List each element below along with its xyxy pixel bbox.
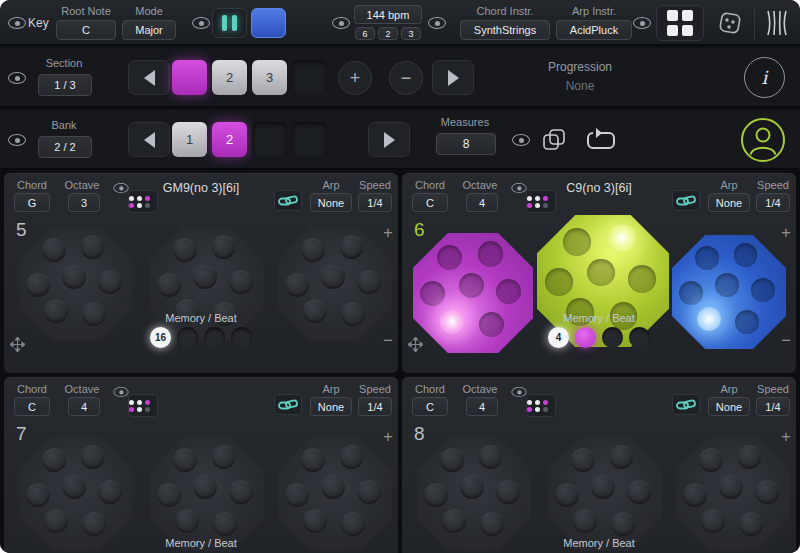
chord-root-button[interactable]: C bbox=[412, 193, 448, 212]
progression-value[interactable]: None bbox=[538, 79, 622, 93]
eye-icon[interactable] bbox=[512, 134, 530, 146]
link-icon[interactable] bbox=[672, 394, 700, 415]
pad-button[interactable] bbox=[321, 265, 345, 289]
pad-button[interactable] bbox=[357, 480, 381, 504]
mode-button[interactable]: Major bbox=[122, 20, 176, 40]
chord-pad-octagon-3[interactable] bbox=[278, 437, 392, 551]
chord-pad-octagon-2[interactable] bbox=[548, 437, 662, 551]
pad-button[interactable] bbox=[459, 273, 484, 298]
add-section-button[interactable]: + bbox=[338, 61, 372, 95]
copy-icon[interactable] bbox=[536, 123, 572, 157]
pad-button[interactable] bbox=[460, 475, 484, 499]
subdivision-button-2[interactable]: 2 bbox=[378, 27, 398, 40]
pad-button[interactable] bbox=[719, 475, 743, 499]
chord-pad-octagon-1[interactable] bbox=[19, 437, 133, 551]
beat-step[interactable]: 4 bbox=[548, 327, 569, 348]
add-pad-button[interactable]: + bbox=[380, 427, 396, 447]
pad-button[interactable] bbox=[42, 448, 66, 472]
speed-button[interactable]: 1/4 bbox=[756, 193, 790, 212]
pad-button[interactable] bbox=[340, 235, 364, 259]
arp-button[interactable]: None bbox=[310, 397, 352, 416]
pad-button[interactable] bbox=[81, 235, 105, 259]
pad-button[interactable] bbox=[42, 238, 66, 262]
pad-button[interactable] bbox=[301, 238, 325, 262]
chord-root-button[interactable]: C bbox=[14, 397, 50, 416]
chord-pad-octagon-1[interactable] bbox=[417, 437, 531, 551]
eye-icon[interactable] bbox=[113, 387, 128, 397]
chord-instr-button[interactable]: SynthStrings bbox=[460, 20, 550, 40]
section-slot-4[interactable] bbox=[292, 60, 327, 95]
pad-button[interactable] bbox=[26, 483, 50, 507]
pad-button[interactable] bbox=[563, 228, 591, 256]
pad-button[interactable] bbox=[193, 475, 217, 499]
link-icon[interactable] bbox=[672, 190, 700, 211]
speed-button[interactable]: 1/4 bbox=[756, 397, 790, 416]
pad-button[interactable] bbox=[420, 281, 445, 306]
beat-step[interactable]: 16 bbox=[150, 327, 171, 348]
bpm-button[interactable]: 144 bpm bbox=[354, 5, 422, 24]
pad-button[interactable] bbox=[157, 483, 181, 507]
pad-button[interactable] bbox=[82, 512, 106, 536]
measures-button[interactable]: 8 bbox=[436, 133, 496, 155]
pad-button[interactable] bbox=[611, 512, 635, 536]
bank-slot-1[interactable]: 1 bbox=[172, 122, 207, 157]
pad-button[interactable] bbox=[734, 243, 758, 267]
pad-button[interactable] bbox=[755, 480, 779, 504]
pad-button[interactable] bbox=[555, 483, 579, 507]
octave-button[interactable]: 4 bbox=[466, 397, 498, 416]
pad-button[interactable] bbox=[591, 475, 615, 499]
pad-button[interactable] bbox=[738, 445, 762, 469]
pad-button[interactable] bbox=[303, 509, 327, 533]
pad-button[interactable] bbox=[683, 483, 707, 507]
pad-button[interactable] bbox=[437, 245, 462, 270]
dice-icon[interactable] bbox=[710, 5, 750, 41]
pad-button[interactable] bbox=[628, 265, 656, 293]
pad-button[interactable] bbox=[26, 273, 50, 297]
beat-step[interactable] bbox=[575, 327, 596, 348]
arp-instr-button[interactable]: AcidPluck bbox=[556, 20, 632, 40]
section-slot-2[interactable]: 2 bbox=[212, 60, 247, 95]
pad-button[interactable] bbox=[699, 448, 723, 472]
chord-root-button[interactable]: C bbox=[412, 397, 448, 416]
pad-button[interactable] bbox=[175, 509, 199, 533]
bank-slot-4[interactable] bbox=[292, 122, 327, 157]
eye-icon[interactable] bbox=[511, 387, 526, 397]
beat-step[interactable] bbox=[629, 327, 650, 348]
pad-button[interactable] bbox=[193, 265, 217, 289]
pad-button[interactable] bbox=[739, 512, 763, 536]
add-pad-button[interactable]: + bbox=[778, 223, 794, 243]
loop-icon[interactable] bbox=[580, 124, 622, 158]
add-pad-button[interactable]: + bbox=[778, 427, 794, 447]
grid-view-icon[interactable] bbox=[656, 5, 704, 41]
link-icon[interactable] bbox=[274, 190, 302, 211]
eye-icon[interactable] bbox=[8, 72, 26, 84]
beat-step[interactable] bbox=[204, 327, 225, 348]
eye-icon[interactable] bbox=[428, 17, 446, 29]
pad-button[interactable] bbox=[573, 509, 597, 533]
root-note-button[interactable]: C bbox=[56, 20, 116, 40]
pad-button[interactable] bbox=[496, 279, 521, 304]
beat-step[interactable] bbox=[231, 327, 252, 348]
pad-button[interactable] bbox=[627, 480, 651, 504]
info-icon[interactable]: i bbox=[744, 57, 785, 98]
pad-button[interactable] bbox=[98, 270, 122, 294]
pad-button[interactable] bbox=[715, 273, 739, 297]
strum-view-icon[interactable] bbox=[758, 5, 796, 41]
dots-grid-icon[interactable] bbox=[526, 394, 556, 417]
arp-button[interactable]: None bbox=[708, 193, 750, 212]
pad-button[interactable] bbox=[496, 480, 520, 504]
pad-button[interactable] bbox=[301, 448, 325, 472]
pause-button[interactable] bbox=[212, 8, 247, 38]
pad-button[interactable] bbox=[480, 512, 504, 536]
pad-button[interactable] bbox=[229, 480, 253, 504]
pad-button[interactable] bbox=[62, 265, 86, 289]
section-prev-button[interactable] bbox=[128, 60, 170, 95]
pad-button[interactable] bbox=[587, 259, 615, 287]
bank-counter-button[interactable]: 2 / 2 bbox=[38, 136, 92, 158]
eye-icon[interactable] bbox=[8, 134, 26, 146]
pad-button[interactable] bbox=[44, 509, 68, 533]
pad-button[interactable] bbox=[157, 273, 181, 297]
chord-root-button[interactable]: G bbox=[14, 193, 50, 212]
pad-button[interactable] bbox=[341, 512, 365, 536]
chord-pad-octagon-2[interactable] bbox=[150, 437, 264, 551]
